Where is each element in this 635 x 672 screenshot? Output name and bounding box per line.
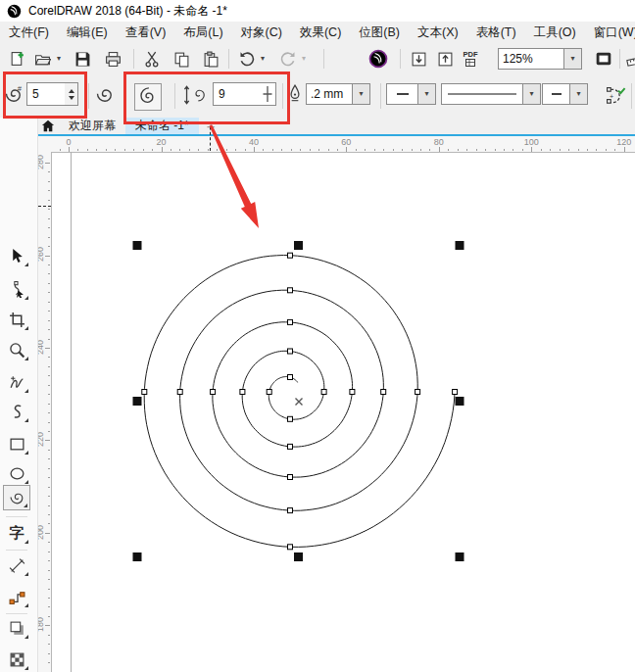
- slider-handle-icon[interactable]: [261, 84, 274, 104]
- spinner-down-icon[interactable]: [69, 96, 74, 100]
- tab-document[interactable]: 未命名 -1*: [125, 118, 199, 134]
- spiral-revolutions-icon: #: [4, 85, 24, 105]
- logarithmic-spiral-button[interactable]: [134, 83, 162, 111]
- property-bar: # 5 9 .2 mm ▾ ▾ ▾: [0, 74, 635, 119]
- ellipse-tool[interactable]: [3, 460, 30, 486]
- start-arrowhead-combo[interactable]: ▾: [386, 83, 436, 105]
- dimension-tool[interactable]: [3, 552, 30, 578]
- connector-tool[interactable]: [3, 584, 30, 609]
- spiral-expansion-value: 9: [219, 87, 225, 101]
- symmetrical-spiral-button[interactable]: [95, 85, 115, 105]
- menu-item-0[interactable]: 文件(F): [0, 24, 58, 41]
- spiral-revolutions-input[interactable]: 5: [26, 82, 66, 106]
- menu-item-8[interactable]: 表格(T): [467, 24, 525, 41]
- open-button[interactable]: [30, 47, 54, 71]
- svg-text:#: #: [18, 85, 23, 93]
- horizontal-ruler[interactable]: 020406080100120: [37, 136, 635, 152]
- drop-shadow-tool[interactable]: [3, 615, 30, 641]
- h-ruler-label: 120: [616, 137, 632, 147]
- spiral-expansion-field[interactable]: 9: [213, 82, 276, 106]
- save-button[interactable]: [71, 47, 94, 71]
- app-launcher-button[interactable]: [366, 47, 390, 71]
- menu-item-1[interactable]: 编辑(E): [58, 24, 117, 41]
- start-arrowhead-preview: [386, 83, 418, 105]
- page-left-edge: [71, 152, 72, 672]
- redo-dropdown[interactable]: ▾: [298, 47, 310, 71]
- line-style-dropdown[interactable]: ▾: [523, 83, 541, 105]
- zoom-level-combo[interactable]: 125% ▾: [498, 48, 582, 70]
- line-style-combo[interactable]: ▾: [441, 83, 541, 105]
- zoom-level-value[interactable]: 125%: [498, 48, 564, 70]
- transparency-tool[interactable]: [3, 647, 30, 672]
- menu-item-2[interactable]: 查看(V): [117, 24, 175, 41]
- outline-width-icon: [286, 84, 304, 104]
- curve-tool[interactable]: [3, 399, 30, 424]
- redo-button[interactable]: [276, 47, 300, 71]
- zoom-level-dropdown[interactable]: ▾: [564, 48, 582, 70]
- outline-width-value[interactable]: .2 mm: [306, 83, 353, 105]
- spiral-tool[interactable]: [3, 485, 30, 510]
- menu-item-4[interactable]: 对象(C): [232, 24, 291, 41]
- h-ruler-label: 40: [246, 137, 262, 147]
- standard-toolbar: ▾ ▾ ▾ PDF 125% ▾: [0, 43, 635, 75]
- end-arrowhead-dropdown[interactable]: ▾: [570, 83, 588, 105]
- copy-button[interactable]: [170, 47, 193, 71]
- corel-logo-icon: [7, 4, 22, 19]
- text-tool[interactable]: 字: [3, 520, 30, 546]
- import-button[interactable]: [407, 47, 430, 71]
- toolbox: 字: [0, 118, 38, 672]
- menu-item-7[interactable]: 文本(X): [409, 24, 467, 41]
- tab-document-label: 未命名 -1*: [135, 118, 189, 134]
- spinner-up-icon[interactable]: [69, 89, 74, 93]
- start-arrowhead-dropdown[interactable]: ▾: [418, 83, 436, 105]
- crop-tool[interactable]: [3, 307, 30, 332]
- h-ruler-label: 60: [338, 137, 354, 147]
- tab-welcome-screen[interactable]: 欢迎屏幕: [59, 118, 125, 134]
- close-curve-button[interactable]: +: [604, 84, 627, 108]
- window-title: CorelDRAW 2018 (64-Bit) - 未命名 -1*: [28, 3, 227, 20]
- menu-item-9[interactable]: 工具(O): [525, 24, 585, 41]
- ruler-position-indicator-h: [38, 206, 51, 207]
- menu-item-3[interactable]: 布局(L): [174, 24, 231, 41]
- cut-button[interactable]: [140, 47, 164, 71]
- vertical-ruler[interactable]: 280260240220200180: [37, 152, 51, 672]
- paste-button[interactable]: [199, 47, 222, 71]
- open-dropdown[interactable]: ▾: [53, 47, 65, 71]
- document-tab-bar: 欢迎屏幕 未命名 -1* +: [37, 118, 635, 134]
- end-arrowhead-combo[interactable]: ▾: [542, 83, 588, 105]
- new-tab-button[interactable]: +: [199, 118, 223, 134]
- pdf-label: PDF: [464, 51, 478, 59]
- svg-text:+: +: [610, 92, 613, 101]
- h-ruler-label: 100: [523, 137, 539, 147]
- end-arrowhead-preview: [542, 83, 570, 105]
- menu-item-6[interactable]: 位图(B): [350, 24, 409, 41]
- menu-bar: 文件(F)编辑(E)查看(V)布局(L)对象(C)效果(C)位图(B)文本(X)…: [0, 22, 635, 44]
- rectangle-tool[interactable]: [3, 431, 30, 456]
- h-ruler-label: 0: [61, 137, 76, 147]
- export-button[interactable]: [433, 47, 457, 71]
- drawing-canvas[interactable]: [51, 152, 635, 672]
- spiral-revolutions-spinner[interactable]: [65, 82, 78, 106]
- pick-tool[interactable]: [3, 243, 30, 268]
- undo-button[interactable]: [235, 47, 259, 71]
- h-ruler-label: 20: [153, 137, 169, 147]
- zoom-tool[interactable]: [3, 337, 30, 362]
- print-button[interactable]: [101, 47, 124, 71]
- menu-item-5[interactable]: 效果(C): [291, 24, 350, 41]
- h-ruler-label: 80: [431, 137, 447, 147]
- home-icon[interactable]: [41, 120, 55, 132]
- freehand-tool[interactable]: [3, 369, 30, 395]
- title-bar: CorelDRAW 2018 (64-Bit) - 未命名 -1*: [0, 0, 635, 22]
- new-document-button[interactable]: [5, 47, 28, 71]
- outline-width-combo[interactable]: .2 mm ▾: [306, 83, 370, 105]
- line-style-preview: [441, 83, 523, 105]
- show-rulers-button[interactable]: [623, 47, 635, 71]
- fullscreen-preview-button[interactable]: [592, 47, 615, 71]
- publish-pdf-button[interactable]: PDF: [459, 47, 482, 71]
- ruler-position-indicator-v: [210, 121, 211, 151]
- spiral-expansion-icon: [183, 84, 209, 106]
- outline-width-dropdown[interactable]: ▾: [353, 83, 370, 105]
- shape-tool[interactable]: [3, 276, 30, 302]
- undo-dropdown[interactable]: ▾: [257, 47, 269, 71]
- menu-item-10[interactable]: 窗口(W): [585, 24, 635, 41]
